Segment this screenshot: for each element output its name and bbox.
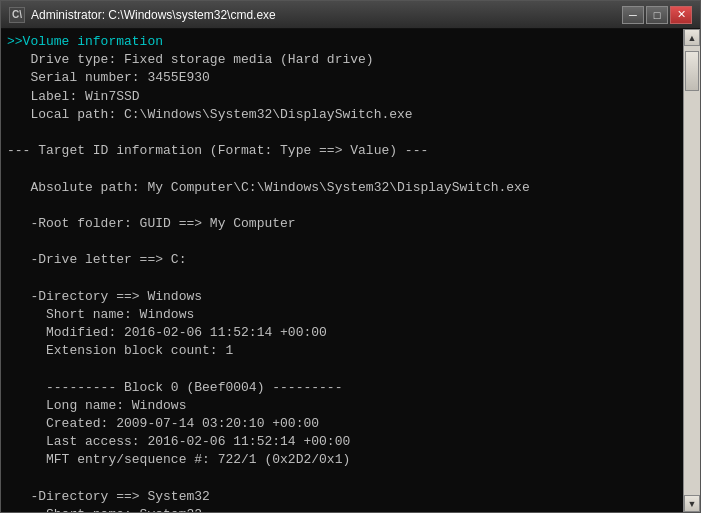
title-bar: C\ Administrator: C:\Windows\system32\cm… <box>1 1 700 29</box>
terminal-line: Created: 2009-07-14 03:20:10 +00:00 <box>7 416 319 431</box>
terminal-line: Local path: C:\Windows\System32\DisplayS… <box>7 107 413 122</box>
window-body: >>Volume information Drive type: Fixed s… <box>1 29 700 512</box>
terminal-line: Serial number: 3455E930 <box>7 70 210 85</box>
terminal-line: -Directory ==> Windows <box>7 289 202 304</box>
terminal-line: --------- Block 0 (Beef0004) --------- <box>7 380 342 395</box>
terminal-line: Extension block count: 1 <box>7 343 233 358</box>
maximize-button[interactable]: □ <box>646 6 668 24</box>
terminal-line: Drive type: Fixed storage media (Hard dr… <box>7 52 374 67</box>
terminal-line: Short name: System32 <box>7 507 202 512</box>
window-icon: C\ <box>9 7 25 23</box>
terminal-line: --- Target ID information (Format: Type … <box>7 143 428 158</box>
terminal-line: Short name: Windows <box>7 307 194 322</box>
terminal-line: -Drive letter ==> C: <box>7 252 186 267</box>
terminal-line: >>Volume information <box>7 34 163 49</box>
cmd-window: C\ Administrator: C:\Windows\system32\cm… <box>0 0 701 513</box>
terminal-line: Long name: Windows <box>7 398 186 413</box>
title-bar-buttons: ─ □ ✕ <box>622 6 692 24</box>
scroll-track[interactable] <box>684 46 700 495</box>
terminal-line: Modified: 2016-02-06 11:52:14 +00:00 <box>7 325 327 340</box>
close-button[interactable]: ✕ <box>670 6 692 24</box>
terminal-line: -Root folder: GUID ==> My Computer <box>7 216 296 231</box>
terminal-line: Label: Win7SSD <box>7 89 140 104</box>
scrollbar[interactable]: ▲ ▼ <box>683 29 700 512</box>
scroll-thumb[interactable] <box>685 51 699 91</box>
terminal-line: Absolute path: My Computer\C:\Windows\Sy… <box>7 180 530 195</box>
terminal-line: MFT entry/sequence #: 722/1 (0x2D2/0x1) <box>7 452 350 467</box>
scroll-up-button[interactable]: ▲ <box>684 29 700 46</box>
scroll-down-button[interactable]: ▼ <box>684 495 700 512</box>
terminal-output: >>Volume information Drive type: Fixed s… <box>1 29 683 512</box>
terminal-line: Last access: 2016-02-06 11:52:14 +00:00 <box>7 434 350 449</box>
terminal-line: -Directory ==> System32 <box>7 489 210 504</box>
minimize-button[interactable]: ─ <box>622 6 644 24</box>
title-bar-text: Administrator: C:\Windows\system32\cmd.e… <box>31 8 622 22</box>
